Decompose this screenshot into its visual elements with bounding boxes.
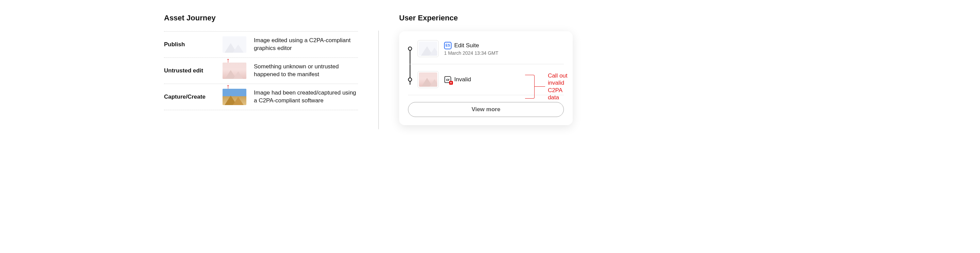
view-more-button[interactable]: View more: [408, 102, 564, 117]
timeline-app-name: Edit Suite: [454, 42, 479, 49]
app-badge-icon: ES: [444, 42, 452, 49]
timeline-status: Invalid: [454, 76, 471, 83]
invalid-x-icon: ✕: [449, 81, 453, 85]
user-experience-title: User Experience: [399, 14, 573, 22]
callout-text: Call out invalid C2PA data: [548, 72, 573, 101]
journey-label: Publish: [164, 41, 215, 48]
asset-journey-section: Asset Journey Publish Image edited using…: [164, 14, 358, 129]
invalid-callout: Call out invalid C2PA data: [525, 72, 573, 101]
journey-row-capture: Capture/Create Image had been created/ca…: [164, 84, 358, 110]
timeline-row-edit-suite: ES Edit Suite 1 March 2024 13:34 GMT: [408, 40, 564, 64]
journey-desc: Something unknown or untrusted happened …: [254, 63, 358, 78]
user-experience-section: User Experience ES Edit Suite 1 March 20…: [399, 14, 573, 129]
journey-row-untrusted: Untrusted edit Something unknown or untr…: [164, 57, 358, 84]
journey-row-publish: Publish Image edited using a C2PA-compli…: [164, 31, 358, 57]
vertical-divider: [379, 30, 379, 129]
callout-line-icon: [535, 86, 545, 87]
journey-desc: Image had been created/captured using a …: [254, 89, 358, 105]
journey-label: Untrusted edit: [164, 67, 215, 74]
timeline-thumb: [417, 71, 439, 88]
journey-desc: Image edited using a C2PA-compliant grap…: [254, 37, 358, 53]
asset-journey-title: Asset Journey: [164, 14, 358, 22]
callout-bracket-icon: [525, 75, 535, 99]
timeline-node-icon: [408, 78, 412, 82]
timeline-thumb: [417, 40, 439, 57]
journey-label: Capture/Create: [164, 94, 215, 100]
timeline-date: 1 March 2024 13:34 GMT: [444, 50, 498, 56]
journey-thumb-capture: [223, 89, 247, 105]
journey-thumb-publish: [223, 37, 247, 53]
timeline-node-icon: [408, 46, 412, 51]
cr-badge-icon: cr ✕: [444, 76, 452, 83]
journey-thumb-untrusted: [223, 62, 247, 79]
